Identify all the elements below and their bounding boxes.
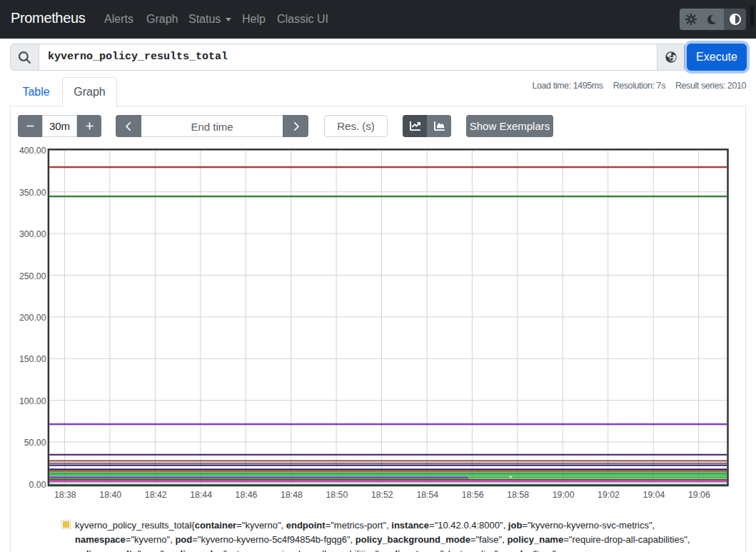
svg-text:50.00: 50.00 bbox=[24, 438, 46, 448]
svg-text:18:38: 18:38 bbox=[54, 490, 76, 500]
svg-text:150.00: 150.00 bbox=[19, 354, 46, 364]
svg-text:18:44: 18:44 bbox=[190, 490, 212, 500]
svg-text:18:52: 18:52 bbox=[371, 490, 393, 500]
svg-text:18:56: 18:56 bbox=[462, 490, 484, 500]
svg-text:250.00: 250.00 bbox=[19, 271, 46, 281]
svg-text:200.00: 200.00 bbox=[19, 313, 46, 323]
svg-text:400.00: 400.00 bbox=[19, 146, 46, 156]
svg-text:18:54: 18:54 bbox=[416, 490, 438, 500]
svg-text:18:46: 18:46 bbox=[236, 490, 258, 500]
svg-text:0.00: 0.00 bbox=[29, 480, 46, 490]
svg-text:19:06: 19:06 bbox=[688, 490, 710, 500]
svg-text:19:02: 19:02 bbox=[598, 490, 620, 500]
svg-text:18:50: 18:50 bbox=[326, 490, 348, 500]
svg-text:350.00: 350.00 bbox=[19, 188, 46, 198]
svg-text:100.00: 100.00 bbox=[19, 396, 46, 406]
svg-text:18:48: 18:48 bbox=[281, 490, 303, 500]
svg-text:300.00: 300.00 bbox=[19, 229, 46, 239]
svg-text:19:00: 19:00 bbox=[553, 490, 575, 500]
svg-text:18:42: 18:42 bbox=[145, 490, 167, 500]
svg-text:19:04: 19:04 bbox=[643, 490, 665, 500]
svg-text:18:58: 18:58 bbox=[507, 490, 529, 500]
svg-text:18:40: 18:40 bbox=[99, 490, 121, 500]
